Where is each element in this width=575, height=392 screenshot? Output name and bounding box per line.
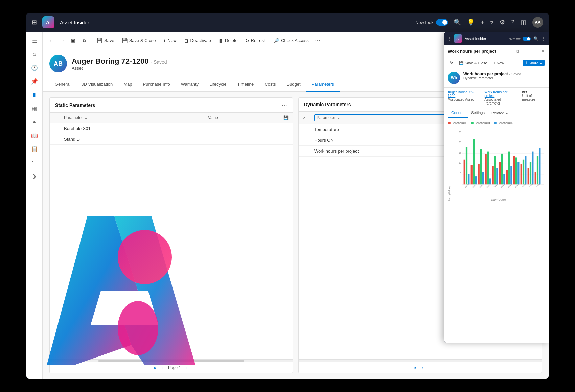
dynamic-page-first-button[interactable]: ⇤ bbox=[414, 365, 418, 370]
static-col-param: Parameter ⌄ bbox=[60, 113, 204, 123]
legend-dot-bx03 bbox=[448, 122, 451, 124]
tab-budget[interactable]: Budget bbox=[281, 78, 306, 92]
static-params-more-button[interactable]: ⋯ bbox=[282, 102, 287, 108]
add-icon[interactable]: + bbox=[481, 19, 484, 26]
new-icon: + bbox=[163, 38, 166, 43]
mobile-close-icon[interactable]: ✕ bbox=[541, 49, 545, 54]
dynamic-params-pagination: ⇤ ← bbox=[299, 362, 542, 373]
mobile-more-icon[interactable]: ⋮ bbox=[541, 36, 545, 41]
tab-costs[interactable]: Costs bbox=[259, 78, 281, 92]
filter-icon[interactable]: ▿ bbox=[490, 19, 493, 26]
static-col-check bbox=[50, 113, 60, 123]
sidebar-triangle-icon[interactable]: ▲ bbox=[28, 116, 41, 128]
toolbar-separator-1 bbox=[91, 37, 91, 45]
mobile-refresh-icon: ↻ bbox=[450, 61, 453, 65]
refresh-button[interactable]: ↻ Refresh bbox=[242, 36, 270, 45]
mobile-grid-icon[interactable]: ⋮ bbox=[447, 36, 451, 41]
app-name: Asset Insider bbox=[60, 20, 89, 25]
sidebar-home-icon[interactable]: ⌂ bbox=[28, 48, 41, 60]
sidebar-book-icon[interactable]: 📖 bbox=[28, 129, 41, 141]
new-button[interactable]: + New bbox=[160, 36, 180, 45]
sidebar-tag-icon[interactable]: 🏷 bbox=[28, 156, 41, 168]
help-icon[interactable]: ? bbox=[511, 19, 514, 26]
svg-text:25: 25 bbox=[459, 131, 461, 133]
mobile-refresh-button[interactable]: ↻ bbox=[448, 60, 455, 66]
sidebar-pin-icon[interactable]: 📌 bbox=[28, 75, 41, 87]
static-params-table: Parameter ⌄ Value 💾 Bo bbox=[50, 113, 293, 145]
legend-dot-bx02 bbox=[494, 122, 497, 124]
sidebar-copy-icon[interactable]: 📋 bbox=[28, 143, 41, 155]
popout-icon: ⧉ bbox=[83, 38, 86, 43]
mobile-record-title: Work hours per project bbox=[463, 72, 508, 76]
save-button[interactable]: 💾 Save bbox=[93, 36, 118, 45]
monitor-icon[interactable]: ◫ bbox=[521, 19, 526, 26]
sidebar-clock-icon[interactable]: 🕐 bbox=[28, 62, 41, 74]
page-next-button[interactable]: → bbox=[184, 365, 188, 370]
mobile-param-link[interactable]: Work hours per project bbox=[484, 90, 516, 98]
svg-text:10: 10 bbox=[459, 162, 461, 164]
mobile-tab-related[interactable]: Related ⌄ bbox=[488, 108, 512, 118]
popout-button[interactable]: ⧉ bbox=[79, 36, 89, 45]
static-param-header-drop[interactable]: Parameter ⌄ bbox=[64, 115, 200, 120]
tab-timeline[interactable]: Timeline bbox=[232, 78, 259, 92]
mobile-expand-icon[interactable]: ⧉ bbox=[516, 49, 519, 54]
mobile-asset-link-group: Auger Boring 72-1200 Associated Asset bbox=[448, 90, 479, 105]
mobile-app-logo: AI bbox=[454, 34, 462, 43]
nav-back-fwd: ← → bbox=[47, 36, 67, 45]
grid-icon[interactable]: ⊞ bbox=[32, 19, 37, 26]
tab-warranty[interactable]: Warranty bbox=[176, 78, 204, 92]
mobile-unit-group: hrs Unit of measure bbox=[522, 90, 545, 105]
sidebar-table-icon[interactable]: ▦ bbox=[28, 102, 41, 114]
mobile-search-icon[interactable]: 🔍 bbox=[533, 36, 538, 41]
mobile-new-look: New look bbox=[509, 37, 531, 41]
lightbulb-icon[interactable]: 💡 bbox=[467, 19, 475, 26]
mobile-new-button[interactable]: + New bbox=[491, 60, 506, 66]
settings-icon[interactable]: ⚙ bbox=[500, 19, 505, 26]
dynamic-param-temperature: Temperature bbox=[310, 124, 458, 135]
mobile-save-close-button[interactable]: 💾 Save & Close bbox=[457, 60, 489, 66]
mobile-toolbar-more[interactable]: ⋯ bbox=[508, 61, 512, 65]
new-look-toggle[interactable] bbox=[436, 19, 448, 26]
mobile-share-button[interactable]: ⇧ Share ⌄ bbox=[523, 60, 545, 66]
page-label: Page 1 bbox=[168, 365, 181, 370]
sidebar-chart-icon[interactable]: ▮ bbox=[28, 89, 41, 101]
page-prev-button[interactable]: ← bbox=[161, 365, 165, 370]
sidebar-chevron-icon[interactable]: ❯ bbox=[28, 170, 41, 182]
svg-rect-37 bbox=[515, 157, 517, 184]
svg-rect-31 bbox=[501, 154, 503, 184]
tab-lifecycle[interactable]: Lifecycle bbox=[204, 78, 232, 92]
svg-rect-36 bbox=[513, 156, 515, 184]
record-icon-button[interactable]: ▣ bbox=[68, 36, 78, 45]
page-first-button[interactable]: ⇤ bbox=[154, 365, 158, 370]
svg-rect-29 bbox=[496, 168, 498, 184]
svg-rect-46 bbox=[537, 156, 538, 184]
svg-rect-38 bbox=[518, 162, 519, 184]
save-close-button[interactable]: 💾 Save & Close bbox=[118, 36, 159, 45]
dynamic-page-prev-button[interactable]: ← bbox=[421, 365, 426, 370]
search-icon[interactable]: 🔍 bbox=[454, 19, 461, 26]
mobile-param-link-group: Work hours per project Associated Parame… bbox=[484, 90, 516, 105]
tabs-more-button[interactable]: ⋯ bbox=[340, 78, 350, 91]
tab-general[interactable]: General bbox=[49, 78, 76, 92]
legend-bx02: BoreholX02 bbox=[494, 121, 513, 125]
svg-rect-32 bbox=[503, 174, 505, 184]
delete-button[interactable]: 🗑 Delete bbox=[215, 36, 241, 45]
tab-purchase-info[interactable]: Purchase Info bbox=[138, 78, 176, 92]
tab-parameters[interactable]: Parameters bbox=[306, 78, 340, 92]
mobile-tab-general[interactable]: General bbox=[448, 108, 468, 118]
svg-rect-23 bbox=[482, 172, 484, 185]
mobile-tab-settings[interactable]: Settings bbox=[468, 108, 488, 118]
deactivate-button[interactable]: 🗑 Deactivate bbox=[181, 36, 214, 45]
user-avatar[interactable]: AA bbox=[532, 17, 543, 28]
sidebar-menu-icon[interactable]: ☰ bbox=[28, 34, 41, 47]
dynamic-param-header-input[interactable]: Parameter ⌄ bbox=[314, 114, 454, 121]
toolbar-more-button[interactable]: ⋯ bbox=[313, 35, 322, 46]
check-access-button[interactable]: 🔎 Check Access bbox=[270, 36, 312, 45]
tab-map[interactable]: Map bbox=[118, 78, 137, 92]
mobile-new-look-toggle[interactable] bbox=[523, 37, 531, 41]
mobile-asset-link[interactable]: Auger Boring 72-1200 bbox=[448, 90, 479, 98]
tab-3d-visualization[interactable]: 3D Visualization bbox=[76, 78, 118, 92]
back-button[interactable]: ← bbox=[47, 36, 56, 45]
dynamic-param-work-hours: Work hours per project bbox=[310, 146, 458, 157]
forward-button[interactable]: → bbox=[58, 36, 67, 45]
